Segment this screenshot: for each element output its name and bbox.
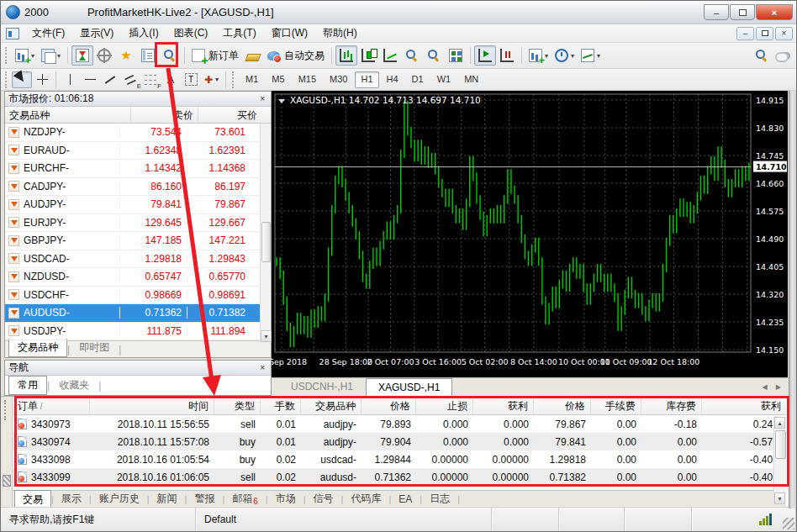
terminal-button[interactable] [137, 45, 159, 66]
cursor-button[interactable] [12, 71, 32, 88]
zoom-in-button[interactable] [401, 45, 423, 66]
column-bid[interactable]: 卖价 [131, 107, 198, 123]
menu-item-w[interactable]: 窗口(W) [264, 24, 315, 43]
menu-item-t[interactable]: 工具(T) [215, 24, 263, 43]
terminal-tab-9[interactable]: EA [391, 492, 420, 507]
market-watch-row[interactable]: EURAUD-1.623481.62391 [5, 142, 271, 161]
timeframe-button-h1[interactable]: H1 [355, 71, 378, 88]
market-watch-row[interactable]: AUDUSD-0.713620.71382 [5, 304, 271, 323]
scrollbar-thumb[interactable] [261, 222, 271, 262]
terminal-scrollbar[interactable]: ▲ ▼ [773, 417, 786, 504]
window-maximize-button[interactable] [730, 4, 755, 20]
data-window-button[interactable] [93, 45, 115, 66]
child-restore-button[interactable] [756, 27, 773, 40]
window-minimize-button[interactable]: – [704, 4, 729, 20]
menu-item-f[interactable]: 文件(F) [24, 24, 72, 43]
zoom-out-button[interactable] [423, 45, 445, 66]
tab-symbols[interactable]: 交易品种 [8, 339, 67, 357]
horizontal-line-button[interactable] [80, 71, 100, 88]
chart-tab-xagusd[interactable]: XAGUSD-,H1 [366, 378, 452, 396]
market-watch-row[interactable]: USDCHF-0.986690.98691 [5, 287, 271, 305]
chart-tab-usdcnh[interactable]: USDCNH-,H1 [278, 377, 366, 396]
templates-button[interactable]: ▾ [578, 45, 604, 66]
terminal-tab-0[interactable]: 交易 [14, 490, 51, 508]
new-chart-button[interactable]: ▾ [12, 45, 38, 66]
menu-item-h[interactable]: 帮助(H) [315, 24, 365, 43]
chart-shift-button[interactable] [496, 45, 518, 66]
market-watch-row[interactable]: NZDJPY-73.54473.601 [5, 124, 271, 142]
terminal-tab-4[interactable]: 警报 [187, 490, 222, 508]
trendline-button[interactable] [100, 71, 120, 88]
auto-scroll-button[interactable] [474, 45, 496, 66]
menu-item-i[interactable]: 插入(I) [121, 24, 166, 43]
periods-button[interactable]: ▾ [552, 45, 578, 66]
terminal-tab-10[interactable]: 日志 [422, 490, 457, 508]
new-order-button[interactable]: 新订单 [188, 45, 242, 66]
channel-button[interactable]: E [120, 71, 140, 88]
order-row[interactable]: 34330992018.10.16 01:06:05sell0.02audusd… [13, 468, 786, 486]
timeframe-button-m1[interactable]: M1 [240, 71, 264, 88]
terminal-tab-1[interactable]: 展示 [54, 490, 89, 508]
toolbar-grip[interactable] [5, 71, 9, 88]
timeframe-button-m30[interactable]: M30 [324, 71, 353, 88]
fibonacci-button[interactable]: F [140, 71, 161, 88]
text-button[interactable]: A [161, 71, 181, 88]
market-watch-row[interactable]: GBPJPY-147.185147.221 [5, 232, 271, 250]
profiles-button[interactable]: ▾ [38, 45, 64, 66]
market-watch-scrollbar[interactable]: ▼ [260, 124, 271, 342]
hatch-grip-icon[interactable] [3, 475, 11, 487]
market-watch-row[interactable]: NZDUSD-0.657470.65770 [5, 268, 271, 287]
column-ask[interactable]: 买价 [198, 107, 261, 123]
tab-favorites[interactable]: 收藏夹 [50, 376, 98, 395]
toolbar-grip[interactable] [232, 71, 236, 88]
tile-windows-button[interactable] [445, 45, 467, 66]
line-chart-button[interactable] [379, 45, 401, 66]
resize-grip[interactable] [783, 518, 794, 529]
terminal-column-11[interactable]: 获利 [702, 397, 786, 414]
market-watch-row[interactable]: EURJPY-129.645129.667 [5, 214, 271, 233]
order-row[interactable]: 34309732018.10.11 15:56:55sell0.01audjpy… [13, 415, 786, 433]
menu-item-c[interactable]: 图表(C) [166, 24, 216, 43]
status-profile[interactable]: Default [196, 508, 492, 531]
timeframe-button-h4[interactable]: H4 [381, 71, 404, 88]
terminal-column-4[interactable]: 交易品种 [301, 397, 362, 414]
scrollbar-thumb[interactable] [775, 430, 786, 459]
window-close-button[interactable]: × [756, 4, 793, 20]
timeframe-button-w1[interactable]: W1 [431, 71, 457, 88]
timeframe-button-m15[interactable]: M15 [293, 71, 322, 88]
timeframe-button-m5[interactable]: M5 [266, 71, 290, 88]
strategy-tester-button[interactable] [159, 45, 181, 66]
terminal-column-3[interactable]: 手数 [261, 397, 301, 414]
terminal-column-1[interactable]: 时间 [90, 397, 214, 414]
terminal-column-7[interactable]: 获利 [473, 397, 534, 414]
terminal-column-0[interactable]: 订单 / [13, 397, 90, 414]
terminal-tab-7[interactable]: 信号 [306, 490, 341, 508]
order-row[interactable]: 34309742018.10.11 15:57:08buy0.01audjpy-… [13, 433, 786, 450]
timeframe-button-mn[interactable]: MN [458, 71, 484, 88]
terminal-grip[interactable] [1, 397, 13, 507]
navigator-close-icon[interactable]: × [257, 363, 267, 372]
market-watch-row[interactable]: USDCAD-1.298181.29843 [5, 250, 271, 269]
scroll-up-icon[interactable]: ▲ [774, 417, 785, 429]
chart-tab-scroll-arrows[interactable]: ◀ ▶ [762, 383, 784, 391]
terminal-column-5[interactable]: 价格 [362, 397, 416, 414]
terminal-column-9[interactable]: 手续费 [591, 397, 641, 414]
autotrading-button[interactable]: 自动交易 [264, 45, 328, 66]
toolbar-grip[interactable] [5, 47, 9, 64]
market-watch-row[interactable]: EURCHF-1.143421.14368 [5, 160, 271, 178]
market-watch-row[interactable]: USDJPY-111.875111.894 [5, 323, 271, 341]
menu-item-v[interactable]: 显示(V) [72, 24, 121, 43]
column-symbol[interactable]: 交易品种 [5, 107, 131, 123]
terminal-tab-8[interactable]: 代码库 [343, 490, 388, 508]
child-close-button[interactable]: × [775, 27, 793, 40]
terminal-tab-3[interactable]: 新闻 [150, 490, 185, 508]
child-minimize-button[interactable]: – [736, 27, 754, 40]
arrows-button[interactable]: ✚▾ [201, 71, 222, 88]
terminal-column-8[interactable]: 价格 [534, 397, 591, 414]
market-watch-row[interactable]: CADJPY-86.16086.197 [5, 178, 271, 197]
metaeditor-button[interactable] [242, 45, 264, 66]
candlestick-chart-button[interactable] [357, 45, 379, 66]
terminal-column-10[interactable]: 库存费 [641, 397, 702, 414]
vertical-line-button[interactable] [60, 71, 80, 88]
market-watch-button[interactable] [71, 45, 93, 66]
